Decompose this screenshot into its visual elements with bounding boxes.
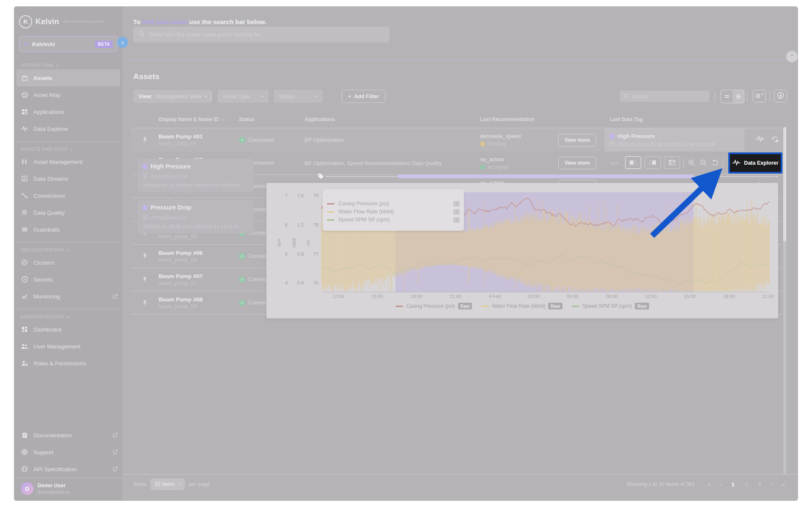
layout-left-panel-icon[interactable]	[625, 156, 641, 169]
gear-icon: ⚙	[21, 209, 28, 216]
shield-icon	[21, 276, 28, 283]
legend-item[interactable]: Casing Pressure (psi)Raw	[395, 303, 472, 309]
table-settings-button[interactable]: ⚙✦	[753, 90, 766, 102]
sidebar-item-monitoring[interactable]: Monitoring	[14, 288, 123, 305]
toolbar-divider	[715, 91, 715, 102]
section-label-orchestration[interactable]: ORCHESTRATION∨	[14, 244, 123, 254]
view-more-button[interactable]: View more	[558, 134, 596, 146]
sidebar-item-assets[interactable]: Assets	[16, 69, 120, 86]
chevron-down-icon: ∨	[70, 147, 74, 152]
zoom-in-icon[interactable]	[687, 158, 696, 167]
sidebar-item-data-explorer[interactable]: Data Explorer	[14, 120, 123, 137]
layout-right-panel-icon[interactable]	[645, 156, 661, 169]
legend-item[interactable]: Water Flow Rate (bbl/d)Raw	[481, 303, 562, 309]
sync-settings-icon[interactable]	[771, 135, 779, 145]
chevron-down-icon: ▾	[315, 94, 318, 99]
sidebar-item-documentation[interactable]: Documentation	[14, 427, 123, 444]
page-number-1[interactable]: 1	[729, 481, 738, 488]
sidebar-item-clusters[interactable]: Clusters	[14, 254, 123, 271]
page-number-3[interactable]: 3	[755, 481, 764, 488]
kelvin-logo-icon: K	[19, 15, 32, 28]
next-page-button[interactable]: ›	[768, 481, 775, 488]
sidebar-item-asset-map[interactable]: Asset Map	[14, 86, 123, 103]
data-explorer-row-icon[interactable]	[755, 135, 765, 145]
add-filter-button[interactable]: +Add Filter	[342, 90, 385, 103]
calendar-icon	[610, 141, 615, 147]
col-header-status: Status	[239, 116, 304, 122]
sidebar-nav: OPERATIONS∨ Assets Asset Map Application…	[14, 52, 123, 372]
chart-panel: 7 6 5 4 1.6 1.2 0.8 0.4 79 78 77 76 spm …	[266, 183, 778, 318]
x-tick: 09:00	[606, 294, 618, 299]
layout-off-icon[interactable]	[664, 156, 680, 169]
asset-type-select[interactable]: Asset Type▾	[218, 90, 269, 103]
sort-icon[interactable]: ↓↑	[220, 116, 225, 122]
export-button[interactable]	[774, 90, 787, 102]
chevron-down-icon: ▾	[178, 482, 181, 487]
sidebar-collapse-button[interactable]: ‹	[117, 37, 128, 48]
sidebar-item-data-quality[interactable]: ⚙ Data Quality	[14, 204, 123, 221]
asset-display-name[interactable]: Beam Pump #01	[159, 133, 239, 140]
user-profile[interactable]: D Demo User demo@kelvin.ai	[14, 478, 123, 501]
compact-list-icon[interactable]	[721, 90, 732, 103]
data-explorer-button-highlighted[interactable]: Data Explorer	[728, 152, 782, 174]
connected-check-icon: ✓	[239, 137, 245, 143]
status-text: Connected	[248, 137, 274, 143]
y-tick: 0.8	[291, 251, 304, 257]
per-page-label: per page	[189, 481, 210, 487]
data-tag-card[interactable]: Pressure Drop demo@kelvin.ai 2026-01-31 …	[137, 200, 254, 233]
asset-search-input[interactable]	[148, 31, 384, 38]
data-tag-card[interactable]: High Pressure demo@kelvin.ai 2026-02-03 …	[137, 159, 254, 192]
zoom-out-icon[interactable]	[699, 158, 708, 167]
sidebar-item-label: User Management	[33, 343, 80, 350]
sidebar-item-secrets[interactable]: Secrets	[14, 271, 123, 288]
sidebar-item-guardrails[interactable]: Guardrails	[14, 221, 123, 238]
section-operations: OPERATIONS∨ Assets Asset Map Application…	[14, 58, 123, 137]
scrollbar-thumb[interactable]	[783, 127, 786, 241]
page-number-2[interactable]: 2	[742, 481, 751, 488]
plus-icon: +	[348, 94, 351, 99]
series-swatch	[327, 219, 335, 221]
brand-environment: BETA Environment (DEV)	[63, 19, 104, 24]
kelvinai-button[interactable]: ✦ KelvinAI BETA	[19, 36, 118, 52]
data-tag-range: 2026-01-31 09:48:13 to 2026-01-31 17:11:…	[143, 224, 249, 229]
pin-icon[interactable]	[131, 137, 159, 143]
sidebar-item-support[interactable]: Support	[14, 444, 123, 461]
reset-zoom-icon[interactable]	[711, 158, 719, 167]
items-per-page-select[interactable]: 32 items▾	[151, 478, 184, 490]
sidebar-item-applications[interactable]: Applications	[14, 103, 123, 120]
section-label-operations[interactable]: OPERATIONS∨	[14, 60, 123, 69]
sidebar-item-user-management[interactable]: User Management	[14, 338, 123, 355]
sidebar-item-api-specification[interactable]: API Specification	[14, 461, 123, 478]
chevron-down-icon: ∨	[67, 315, 70, 319]
legend-item[interactable]: Speed SPM SP (spm)Raw	[572, 303, 649, 309]
pending-dot-icon	[480, 141, 485, 146]
find-your-asset-link[interactable]: find your asset	[142, 18, 187, 25]
table-scrollbar[interactable]	[783, 127, 786, 474]
comfortable-list-icon[interactable]	[732, 90, 744, 103]
bar-chart-icon	[21, 175, 28, 182]
sidebar-item-label: Data Quality	[33, 210, 65, 216]
section-label-assets-and-data[interactable]: ASSETS AND DATA∨	[14, 144, 123, 153]
last-data-tag-cell[interactable]: High Pressure 2026-02-03 16:25:28 to 202…	[605, 128, 744, 152]
status-select[interactable]: Status▾	[274, 90, 323, 103]
sidebar-item-connections[interactable]: Connections	[14, 187, 123, 204]
sidebar-item-dashboard[interactable]: Dashboard	[14, 321, 123, 338]
timeline-selection-bar[interactable]	[398, 174, 694, 178]
table-search-input[interactable]	[631, 93, 706, 100]
table-search-bar	[620, 91, 709, 102]
col-header-name[interactable]: Display Name & Name ID ↓↑	[159, 116, 239, 122]
collapse-up-button[interactable]: ⌃	[786, 51, 798, 62]
series-swatch	[481, 306, 489, 307]
section-label-administration[interactable]: ADMINISTRATION∨	[14, 311, 123, 321]
sidebar-footer: Documentation Support API Specification …	[14, 427, 123, 501]
cluster-icon	[21, 259, 28, 266]
last-page-button[interactable]: »	[779, 481, 787, 488]
sidebar-item-asset-management[interactable]: Asset Management	[14, 153, 123, 170]
sidebar-item-data-streams[interactable]: Data Streams	[14, 170, 123, 187]
first-page-button[interactable]: «	[705, 481, 713, 488]
view-select[interactable]: View:Management View▾	[133, 90, 212, 103]
table-row[interactable]: Beam Pump #01beam_pump_01 ✓Connected BP …	[131, 128, 782, 152]
prev-page-button[interactable]: ‹	[717, 481, 724, 488]
sidebar-item-roles-permissions[interactable]: Roles & Permissions	[14, 355, 123, 372]
gear-sparkle-icon: ⚙✦	[755, 92, 763, 100]
